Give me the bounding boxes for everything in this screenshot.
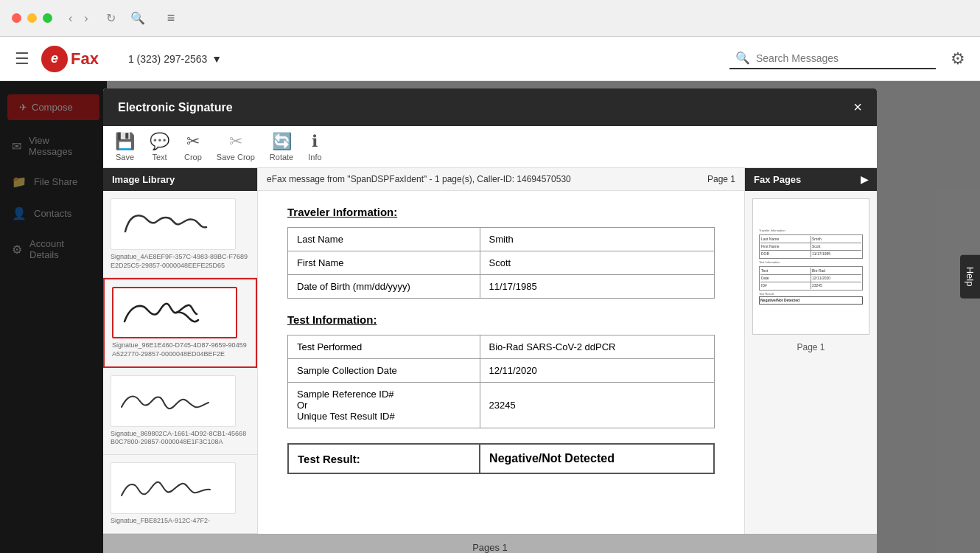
tool-crop[interactable]: ✂ Crop [184,132,202,161]
save-label: Save [116,153,134,161]
hamburger-menu[interactable]: ☰ [15,49,29,69]
image-library: Image Library Signatue_4AE8EF9F-357C-498… [103,168,258,534]
signature-name-2: Signatue_96E1E460-D745-4D87-9659-90459A5… [112,341,248,358]
logo: e Fax [41,46,99,72]
info-icon: ℹ [312,132,318,151]
table-row: Test Performed Bio-Rad SARS-CoV-2 ddPCR [288,335,715,359]
sample-ref-label: Sample Reference ID# Or Unique Test Resu… [288,383,480,428]
tool-text[interactable]: 💬 Text [150,132,169,161]
fax-pages-panel: Fax Pages ▶ Traveler Information Last Na… [744,168,877,534]
test-performed-value: Bio-Rad SARS-CoV-2 ddPCR [480,335,714,359]
modal-overlay: Electronic Signature × 💾 Save 💬 Text ✂ C… [0,81,980,553]
signature-canvas-3 [111,375,236,427]
first-name-label: First Name [288,251,480,275]
modal-close-button[interactable]: × [853,99,862,116]
tool-info[interactable]: ℹ Info [308,132,321,161]
modal: Electronic Signature × 💾 Save 💬 Text ✂ C… [103,88,877,553]
info-label: Info [308,153,321,161]
fax-pages-next-icon[interactable]: ▶ [861,174,868,185]
modal-title: Electronic Signature [118,101,233,114]
tool-save[interactable]: 💾 Save [115,132,135,161]
signature-canvas-2 [112,287,237,338]
fax-pages-header: Fax Pages ▶ [745,168,877,191]
toolbar: 💾 Save 💬 Text ✂ Crop ✂ Save Crop 🔄 [103,126,877,168]
rotate-icon: 🔄 [272,132,292,151]
signature-item-2[interactable]: Signatue_96E1E460-D745-4D87-9659-90459A5… [103,278,257,367]
maximize-traffic-light[interactable] [43,13,52,23]
tool-save-crop[interactable]: ✂ Save Crop [217,132,255,161]
fax-pages-title: Fax Pages [754,174,801,185]
signature-svg-3 [114,379,232,423]
traveler-table: Last Name Smith First Name Scott Date of… [287,227,715,299]
result-value: Negative/Not Detected [480,444,714,473]
test-info-title: Test Information: [287,313,715,326]
last-name-label: Last Name [288,228,480,251]
fax-area: eFax message from "SpanDSPFaxIdent" - 1 … [258,168,744,534]
fax-content: Traveler Information: Last Name Smith Fi… [258,191,744,489]
table-row: Sample Collection Date 12/11/2020 [288,359,715,383]
fax-message-info: eFax message from "SpanDSPFaxIdent" - 1 … [267,174,571,184]
signature-canvas-1 [111,198,236,250]
signature-canvas-4 [111,462,236,514]
help-button[interactable]: Help [960,255,980,299]
signature-name-3: Signatue_869802CA-1661-4D92-8CB1-45668B0… [111,430,250,447]
phone-selector[interactable]: 1 (323) 297-2563 ▼ [128,53,222,65]
dob-label: Date of Birth (mm/dd/yyyy) [288,275,480,299]
close-traffic-light[interactable] [12,13,21,23]
image-library-header: Image Library [103,168,257,191]
dropdown-icon: ▼ [211,53,222,65]
traffic-lights [12,13,52,23]
sample-date-value: 12/11/2020 [480,359,714,383]
last-name-value: Smith [480,228,714,251]
dob-value: 11/17/1985 [480,275,714,299]
search-input[interactable] [756,52,903,64]
table-row: First Name Scott [288,251,715,275]
text-icon: 💬 [150,132,169,151]
rotate-label: Rotate [270,153,293,161]
signature-item-4[interactable]: Signatue_FBE8215A-912C-47F2- [103,455,257,534]
first-name-value: Scott [480,251,714,275]
test-table: Test Performed Bio-Rad SARS-CoV-2 ddPCR … [287,335,715,428]
minimize-traffic-light[interactable] [27,13,37,23]
app-header: ☰ e Fax 1 (323) 297-2563 ▼ 🔍 ⚙ [0,37,980,81]
table-row: Sample Reference ID# Or Unique Test Resu… [288,383,715,428]
refresh-button[interactable]: ↻ [102,10,120,27]
test-result-table: Test Result: Negative/Not Detected [287,443,715,474]
signature-item-3[interactable]: Signatue_869802CA-1661-4D92-8CB1-45668B0… [103,368,257,455]
fax-page-info: Page 1 [707,174,735,184]
logo-e-icon: e [51,51,58,66]
menu-icon[interactable]: ≡ [167,10,175,26]
modal-header: Electronic Signature × [103,88,877,126]
tool-rotate[interactable]: 🔄 Rotate [270,132,293,161]
back-button[interactable]: ‹ [64,10,77,27]
text-label: Text [152,153,167,161]
save-icon: 💾 [115,132,135,151]
table-row: Last Name Smith [288,228,715,251]
search-title-button[interactable]: 🔍 [126,10,150,27]
sample-ref-value: 23245 [480,383,714,428]
fax-page-label: Page 1 [745,342,877,352]
table-row: Test Result: Negative/Not Detected [288,444,714,473]
signature-item-1[interactable]: Signatue_4AE8EF9F-357C-4983-89BC-F7689E2… [103,191,257,278]
modal-body: Image Library Signatue_4AE8EF9F-357C-498… [103,168,877,534]
thumb-content: Traveler Information Last NameSmith Firs… [756,226,866,308]
forward-button[interactable]: › [80,10,92,27]
logo-fax-text: Fax [71,49,99,69]
fax-header: eFax message from "SpanDSPFaxIdent" - 1 … [258,168,744,191]
title-bar: ‹ › ↻ 🔍 ≡ [0,0,980,37]
signature-name-4: Signatue_FBE8215A-912C-47F2- [111,517,250,526]
test-performed-label: Test Performed [288,335,480,359]
table-row: Date of Birth (mm/dd/yyyy) 11/17/1985 [288,275,715,299]
crop-label: Crop [184,153,202,161]
save-crop-label: Save Crop [217,153,255,161]
fax-page-thumbnail[interactable]: Traveler Information Last NameSmith Firs… [752,198,869,335]
settings-icon[interactable]: ⚙ [951,49,965,69]
signature-svg-2 [116,291,234,335]
modal-footer: Pages 1 [103,534,877,553]
signature-svg-4 [114,466,232,510]
signature-name-1: Signatue_4AE8EF9F-357C-4983-89BC-F7689E2… [111,253,250,270]
phone-number: 1 (323) 297-2563 [128,53,207,65]
traveler-info-title: Traveler Information: [287,206,715,218]
result-label: Test Result: [288,444,480,473]
crop-icon: ✂ [186,132,200,151]
